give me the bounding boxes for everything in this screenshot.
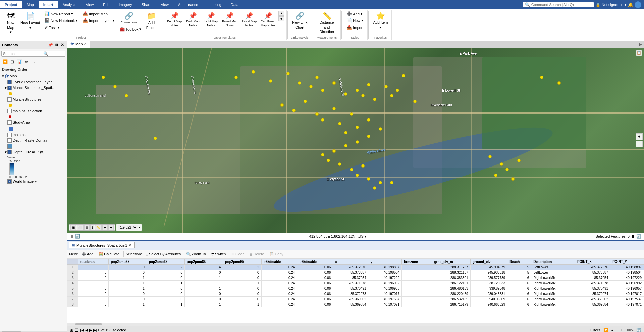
cell[interactable]: 40.197229 bbox=[610, 275, 644, 280]
cell[interactable]: 1 bbox=[185, 302, 223, 307]
cell[interactable]: 0 bbox=[78, 280, 109, 286]
contents-search-input[interactable] bbox=[3, 52, 43, 56]
cell[interactable]: 0.06 bbox=[297, 280, 333, 286]
toolbox-button[interactable]: 🧰 Toolbox ▾ bbox=[117, 26, 144, 32]
cell[interactable]: 0.24 bbox=[261, 286, 297, 291]
tree-item-depth-raster[interactable]: Depth_RasterDomain bbox=[0, 138, 67, 143]
new-report-button[interactable]: 📊 New Report ▾ bbox=[42, 11, 80, 17]
chart-tool-button[interactable]: 📊 bbox=[16, 59, 23, 65]
cell[interactable]: 288.311737 bbox=[432, 264, 470, 270]
cell[interactable]: 0 bbox=[109, 270, 147, 275]
measure-button[interactable]: 📏 bbox=[95, 225, 102, 230]
checkbox-main-nsi[interactable] bbox=[7, 133, 12, 137]
cell[interactable]: 0.24 bbox=[261, 275, 297, 280]
expand-map[interactable]: ▼ bbox=[1, 74, 5, 78]
cell[interactable]: 0 bbox=[147, 270, 184, 275]
attr-tab-muncie[interactable]: ⊞ MuncieStructures_SpatialJoin1 ✕ bbox=[69, 242, 135, 248]
cell[interactable]: 939.043531 bbox=[470, 291, 507, 296]
cell[interactable]: 939.577789 bbox=[470, 275, 507, 280]
cell[interactable]: 0 bbox=[223, 286, 261, 291]
cell[interactable]: 0.24 bbox=[261, 302, 297, 307]
calculate-button[interactable]: 🧮 Calculate bbox=[97, 251, 121, 257]
checkbox-muncie-spatial[interactable]: ✓ bbox=[7, 86, 12, 90]
cell[interactable]: 1 bbox=[185, 280, 223, 286]
pin-icon[interactable]: 📌 bbox=[47, 42, 54, 48]
cell[interactable]: 0.06 bbox=[297, 302, 333, 307]
cell[interactable]: 0 bbox=[147, 296, 184, 302]
cell[interactable]: 6 bbox=[507, 286, 531, 291]
cell[interactable]: 286.122101 bbox=[432, 280, 470, 286]
tree-item-muncie-spatial[interactable]: ▼ ✓ MuncieStructures_SpatialJoi... bbox=[0, 85, 67, 91]
command-search-input[interactable] bbox=[531, 3, 592, 7]
cell[interactable]: 40.198897 bbox=[368, 264, 402, 270]
cell[interactable]: 1 bbox=[185, 275, 223, 280]
cell[interactable]: 1 bbox=[185, 286, 223, 291]
map-view[interactable]: E Park Ave E Lowell St Riverview Park E … bbox=[67, 48, 644, 233]
zoom-out-table-button[interactable]: − bbox=[616, 328, 619, 332]
checkbox-depth-raster[interactable] bbox=[7, 138, 12, 143]
table-row[interactable]: 8011110.240.06-85.36988440.197071286.715… bbox=[67, 302, 644, 307]
select-features-button[interactable]: ▣ bbox=[70, 225, 76, 230]
col-header-students[interactable]: students bbox=[78, 259, 109, 264]
col-header-reach[interactable]: Reach bbox=[507, 259, 531, 264]
cell[interactable]: 0 bbox=[78, 286, 109, 291]
cell[interactable]: 40.196992 bbox=[610, 280, 644, 286]
cell[interactable]: 5 bbox=[507, 270, 531, 275]
col-header-description[interactable]: Description bbox=[531, 259, 575, 264]
coord-dropdown[interactable]: ▾ bbox=[365, 234, 367, 238]
filter-icon-button[interactable]: 🔽 bbox=[603, 328, 608, 332]
cell[interactable]: LeftLower bbox=[531, 270, 575, 275]
cell[interactable]: -85.370491 bbox=[333, 286, 368, 291]
cell[interactable]: 0.24 bbox=[261, 296, 297, 302]
col-header-ground-elv[interactable]: ground_elv bbox=[470, 259, 507, 264]
zoom-in-table-button[interactable]: + bbox=[621, 328, 623, 332]
col-header-y[interactable]: y bbox=[368, 259, 402, 264]
cell[interactable]: 0 bbox=[78, 296, 109, 302]
add-item-button[interactable]: ⭐ Add Item ▾ bbox=[371, 11, 389, 31]
import-map-button[interactable]: 📥 Import Map bbox=[80, 11, 116, 17]
filter-up-button[interactable]: ▲ bbox=[610, 328, 614, 332]
next-page-button[interactable]: ▶ bbox=[89, 328, 92, 332]
tab-view[interactable]: View bbox=[81, 1, 99, 8]
col-header-pop2amo65[interactable]: pop2amo65 bbox=[147, 259, 184, 264]
red-green-map-notes-button[interactable]: 📌 Red GreenMap Notes bbox=[259, 11, 277, 28]
cell[interactable] bbox=[402, 302, 432, 307]
tab-data[interactable]: Data bbox=[226, 1, 243, 8]
add-style-arrow[interactable]: ▾ bbox=[361, 12, 363, 16]
edit-tool-button[interactable]: ✏ bbox=[24, 59, 30, 65]
navigate-right-button[interactable]: ➡ bbox=[108, 225, 114, 230]
cell[interactable]: 0.24 bbox=[261, 291, 297, 296]
cell[interactable]: 0.06 bbox=[297, 270, 333, 275]
cell[interactable]: 0 bbox=[109, 296, 147, 302]
cell[interactable]: 40.196958 bbox=[368, 286, 402, 291]
attr-table-options-button[interactable]: ⋮ bbox=[634, 242, 642, 248]
cell[interactable]: 945.904679 bbox=[470, 264, 507, 270]
checkbox-study-area[interactable] bbox=[7, 120, 12, 125]
cell[interactable]: 0 bbox=[223, 275, 261, 280]
refresh-button[interactable]: 🔄 bbox=[75, 234, 80, 239]
cell[interactable]: 6 bbox=[507, 280, 531, 286]
cell[interactable]: 0.06 bbox=[297, 291, 333, 296]
cell[interactable]: 0.06 bbox=[297, 264, 333, 270]
cell[interactable]: RightLowerMix bbox=[531, 302, 575, 307]
cell[interactable]: 0 bbox=[185, 291, 223, 296]
light-map-notes-button[interactable]: 📌 Light MapNotes bbox=[202, 11, 220, 28]
cell[interactable]: 1 bbox=[109, 280, 147, 286]
tab-share[interactable]: Share bbox=[137, 1, 156, 8]
float-icon[interactable]: ⧉ bbox=[55, 42, 59, 48]
import-layout-button[interactable]: 📥 Import Layout ▾ bbox=[80, 17, 116, 24]
cell[interactable]: -85.37054 bbox=[333, 275, 368, 280]
cell[interactable]: 40.197071 bbox=[610, 302, 644, 307]
tree-item-muncie[interactable]: MuncieStructures bbox=[0, 97, 67, 102]
task-button[interactable]: ✔ Task ▾ bbox=[42, 24, 80, 31]
copy-button[interactable]: 📋 Copy bbox=[267, 251, 285, 257]
cell[interactable]: 940.666629 bbox=[470, 302, 507, 307]
contents-search-box[interactable]: 🔍 bbox=[1, 51, 65, 57]
cell[interactable]: 1 bbox=[147, 280, 184, 286]
cell[interactable]: 40.197537 bbox=[610, 296, 644, 302]
tree-item-study-area[interactable]: StudyArea bbox=[0, 120, 67, 125]
checkbox-nsi-selection[interactable] bbox=[7, 109, 12, 113]
refresh-table-button[interactable]: 🔄 bbox=[636, 328, 641, 332]
cell[interactable]: 5 bbox=[507, 264, 531, 270]
cell[interactable]: 40.198897 bbox=[610, 264, 644, 270]
